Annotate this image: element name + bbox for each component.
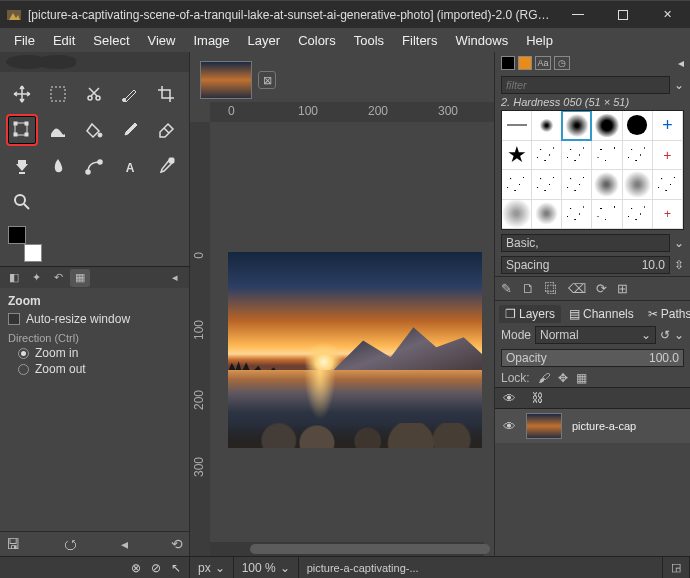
menu-help[interactable]: Help — [518, 31, 561, 50]
brush-soft-025[interactable] — [531, 110, 562, 141]
tab-layers[interactable]: ❐Layers — [499, 305, 561, 323]
fg-color-swatch[interactable] — [8, 226, 26, 244]
menu-filters[interactable]: Filters — [394, 31, 445, 50]
reset-options-icon[interactable]: ⟲ — [171, 536, 183, 552]
horizontal-scrollbar[interactable] — [210, 542, 484, 556]
brush-filter-input[interactable] — [501, 76, 670, 94]
menu-file[interactable]: File — [6, 31, 43, 50]
status-cancel-icon[interactable]: ⊘ — [151, 561, 161, 575]
brush-sparks-2[interactable] — [561, 140, 592, 171]
bg-color-swatch[interactable] — [24, 244, 42, 262]
brush-smoke-1[interactable] — [501, 199, 532, 230]
tab-menu-icon[interactable]: ◂ — [165, 269, 185, 287]
brush-scatter-1[interactable] — [501, 169, 532, 200]
nav-preview-icon[interactable]: ◲ — [663, 557, 690, 578]
brush-dust-1[interactable] — [561, 199, 592, 230]
opacity-slider[interactable]: Opacity 100.0 — [501, 349, 684, 367]
unit-select[interactable]: px⌄ — [190, 557, 234, 578]
brush-hardness-050[interactable] — [561, 110, 592, 141]
switch-mode-icon[interactable]: ↺ — [660, 328, 670, 342]
warp-tool[interactable] — [42, 114, 74, 146]
zoom-select[interactable]: 100 %⌄ — [234, 557, 299, 578]
brush-sparks-4[interactable] — [622, 140, 653, 171]
delete-brush-icon[interactable]: ⌫ — [568, 281, 586, 296]
measure-tool[interactable] — [114, 78, 146, 110]
brush-soft-075[interactable] — [591, 110, 622, 141]
brush-plus-2[interactable]: + — [652, 199, 683, 230]
tab-device-status-icon[interactable]: ✦ — [26, 269, 46, 287]
brush-star[interactable]: ★ — [501, 140, 532, 171]
menu-colors[interactable]: Colors — [290, 31, 344, 50]
brush-scatter-2[interactable] — [531, 169, 562, 200]
blend-mode-select[interactable]: Normal⌄ — [535, 326, 656, 344]
refresh-brush-icon[interactable]: ⟳ — [596, 281, 607, 296]
rect-select-tool[interactable] — [42, 78, 74, 110]
minimize-button[interactable] — [555, 1, 600, 29]
clone-tool[interactable] — [6, 150, 38, 182]
brush-sparks-1[interactable] — [531, 140, 562, 171]
filter-dropdown-icon[interactable]: ⌄ — [674, 78, 684, 92]
mode-dropdown-icon[interactable]: ⌄ — [674, 328, 684, 342]
zoom-out-radio[interactable]: Zoom out — [8, 362, 181, 376]
spacing-stepper-icon[interactable]: ⇳ — [674, 258, 684, 272]
brush-plus[interactable]: + — [652, 110, 683, 141]
canvas-image[interactable] — [228, 252, 482, 448]
tab-paths[interactable]: ✂Paths — [642, 305, 690, 323]
menu-select[interactable]: Select — [85, 31, 137, 50]
brush-hard-100[interactable] — [622, 110, 653, 141]
restore-options-icon[interactable]: ⭯ — [63, 536, 77, 552]
tab-channels[interactable]: ▤Channels — [563, 305, 640, 323]
brush-smoke-2[interactable] — [531, 199, 562, 230]
fg-bg-colors[interactable] — [8, 226, 48, 266]
delete-options-icon[interactable]: ◂ — [121, 536, 128, 552]
status-reset-icon[interactable]: ⊗ — [131, 561, 141, 575]
history-tab-icon[interactable]: ◷ — [554, 56, 570, 70]
lock-position-icon[interactable]: ✥ — [558, 371, 568, 385]
brush-scatter-3[interactable] — [561, 169, 592, 200]
tab-undo-history-icon[interactable]: ↶ — [48, 269, 68, 287]
close-document-icon[interactable]: ⊠ — [258, 71, 276, 89]
text-tool[interactable]: A — [114, 150, 146, 182]
menu-image[interactable]: Image — [185, 31, 237, 50]
menu-view[interactable]: View — [140, 31, 184, 50]
zoom-in-radio[interactable]: Zoom in — [8, 346, 181, 360]
paintbrush-tool[interactable] — [114, 114, 146, 146]
brush-pixel[interactable] — [501, 110, 532, 141]
bucket-fill-tool[interactable] — [78, 114, 110, 146]
preset-dropdown-icon[interactable]: ⌄ — [674, 236, 684, 250]
zoom-tool[interactable] — [6, 186, 38, 218]
brush-preset-select[interactable]: Basic, — [501, 234, 670, 252]
ruler-horizontal[interactable]: 0 100 200 300 — [210, 102, 494, 122]
unified-transform-tool[interactable] — [6, 114, 38, 146]
menu-layer[interactable]: Layer — [240, 31, 289, 50]
brush-spacing-slider[interactable]: Spacing 10.0 — [501, 256, 670, 274]
brush-plus-red[interactable]: + — [652, 140, 683, 171]
tab-images-icon[interactable]: ▦ — [70, 269, 90, 287]
maximize-button[interactable] — [600, 1, 645, 29]
auto-resize-checkbox[interactable]: Auto-resize window — [8, 312, 181, 326]
new-brush-icon[interactable]: 🗋 — [522, 281, 535, 296]
brush-scatter-4[interactable] — [652, 169, 683, 200]
lock-pixels-icon[interactable]: 🖌 — [538, 371, 550, 385]
save-options-icon[interactable]: 🖫 — [6, 536, 20, 552]
layer-row[interactable]: 👁 picture-a-cap — [495, 409, 690, 443]
brush-cloud-2[interactable] — [622, 169, 653, 200]
layer-visibility-icon[interactable]: 👁 — [503, 419, 516, 434]
layer-name[interactable]: picture-a-cap — [572, 420, 636, 432]
brush-cloud-1[interactable] — [591, 169, 622, 200]
menu-tools[interactable]: Tools — [346, 31, 392, 50]
layer-thumbnail[interactable] — [526, 413, 562, 439]
smudge-tool[interactable] — [42, 150, 74, 182]
ruler-vertical[interactable]: 0 100 200 300 — [190, 122, 210, 556]
patterns-tab-icon[interactable] — [501, 56, 515, 70]
status-pointer-icon[interactable]: ↖ — [171, 561, 181, 575]
brush-dust-2[interactable] — [591, 199, 622, 230]
document-thumbnail[interactable] — [200, 61, 252, 99]
edit-brush-icon[interactable]: ✎ — [501, 281, 512, 296]
eraser-tool[interactable] — [150, 114, 182, 146]
crop-tool[interactable] — [150, 78, 182, 110]
lock-alpha-icon[interactable]: ▦ — [576, 371, 587, 385]
scissors-tool[interactable] — [78, 78, 110, 110]
color-picker-tool[interactable] — [150, 150, 182, 182]
open-as-image-icon[interactable]: ⊞ — [617, 281, 628, 296]
